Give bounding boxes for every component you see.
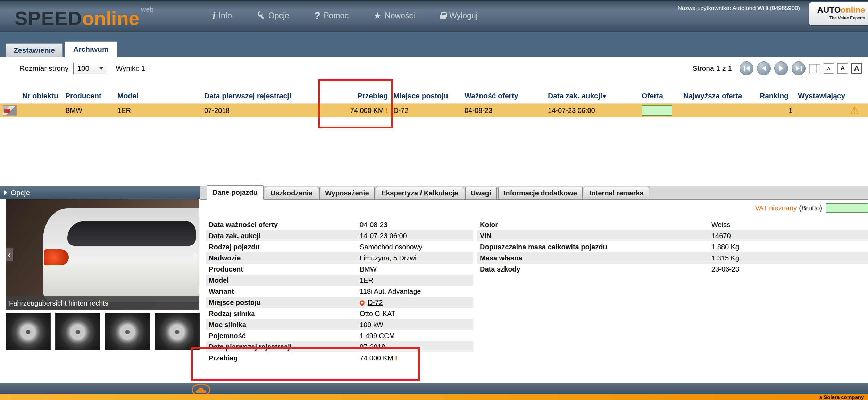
nav-wyloguj[interactable]: Wyloguj — [440, 11, 478, 20]
paging-controls: Strona 1 z 1 A A A — [693, 61, 862, 75]
detail-row: NadwozieLimuzyna, 5 Drzwi — [206, 252, 473, 264]
sort-icon: ▾ — [603, 93, 606, 99]
cell-offer-validity: 04-08-23 — [462, 107, 545, 115]
cell-thumb — [0, 105, 19, 116]
col-nr-obiektu[interactable]: Nr obiektu — [19, 92, 62, 103]
next-page-button[interactable] — [774, 61, 788, 75]
prev-page-button[interactable] — [757, 61, 771, 75]
question-icon: ? — [314, 10, 320, 22]
detail-row: Rodzaj silnikaOtto G-KAT — [206, 308, 473, 319]
export-icon[interactable] — [809, 64, 820, 73]
font-size-medium-button[interactable]: A — [837, 63, 848, 74]
col-producent[interactable]: Producent — [62, 92, 115, 103]
photo-thumbnail[interactable] — [6, 312, 51, 350]
vehicle-details-right: KolorWeiss VIN14670 Dopuszczalna masa ca… — [477, 219, 868, 275]
chevron-down-icon — [99, 67, 103, 70]
username-label: Nazwa użytkownika: Autoland Willi (04985… — [678, 5, 800, 12]
results-table: Nr obiektu Producent Model Data pierwsze… — [0, 82, 868, 117]
tab-dane-pojazdu[interactable]: Dane pojazdu — [207, 185, 264, 200]
annotation-box-przebieg-column — [318, 79, 393, 128]
opcje-panel-header[interactable]: Opcje — [0, 186, 200, 199]
photo-prev-button[interactable]: ‹ — [6, 248, 13, 261]
nav-opcje-label: Opcje — [268, 11, 289, 20]
warning-icon[interactable]: ⚠ — [850, 105, 859, 116]
photo-next-button[interactable]: › — [192, 248, 199, 261]
tab-wyposazenie[interactable]: Wyposażenie — [319, 187, 374, 199]
detail-row: Moc silnika100 kW — [206, 319, 473, 330]
col-thumb — [0, 100, 19, 103]
page-size-label: Rozmiar strony — [19, 64, 68, 73]
logo-speed-text: SPEED — [15, 7, 82, 29]
cell-warning: ⚠ — [847, 105, 868, 116]
star-icon: ★ — [374, 10, 382, 21]
col-najwyzsza-oferta[interactable]: Najwyższa oferta — [681, 92, 757, 103]
autoonline-tagline: The Value Experts — [812, 16, 865, 20]
col-miejsce-postoju[interactable]: Miejsce postoju — [391, 92, 462, 103]
nav-opcje[interactable]: Opcje — [257, 11, 289, 20]
col-data-zak-aukcji[interactable]: Data zak. aukcji▾ — [545, 92, 639, 103]
prev-arrow-icon — [746, 66, 750, 71]
first-page-button[interactable] — [740, 61, 753, 75]
vat-value-box — [826, 203, 868, 212]
photo-thumbnails — [6, 312, 200, 350]
font-size-large-button[interactable]: A — [851, 63, 862, 74]
photo-thumbnail[interactable] — [155, 312, 200, 350]
cell-producent: BMW — [62, 107, 115, 115]
photo-thumbnail[interactable] — [55, 312, 100, 350]
col-model[interactable]: Model — [115, 92, 201, 103]
col-oferta[interactable]: Oferta — [639, 92, 681, 103]
prev-arrow-icon — [762, 66, 766, 71]
page-size-select[interactable]: 100 — [73, 62, 106, 74]
row-photo-thumbnail[interactable] — [3, 105, 17, 116]
detail-row: Data szkody23-06-23 — [477, 264, 868, 275]
last-page-button[interactable] — [792, 61, 806, 75]
col-data-pierwszej-rejestracji[interactable]: Data pierwszej rejestracji — [201, 92, 326, 103]
tab-zestawienie[interactable]: Zestawienie — [6, 43, 63, 57]
photo-thumbnail[interactable] — [105, 312, 150, 350]
results-count: Wyniki: 1 — [116, 64, 145, 73]
table-row[interactable]: BMW 1ER 07-2018 74 000 KM! D-72 04-08-23… — [0, 103, 868, 117]
col-wystawiajacy[interactable]: Wystawiający — [795, 92, 847, 103]
col-waznosc-oferty[interactable]: Ważność oferty — [462, 92, 545, 103]
nav-pomoc[interactable]: ? Pomoc — [314, 10, 349, 22]
detail-row: Masa własna1 315 Kg — [477, 252, 868, 264]
speed-logo: SPEEDonlineweb — [15, 6, 153, 30]
nav-info-label: Info — [218, 11, 232, 20]
tab-archiwum[interactable]: Archiwum — [65, 41, 117, 57]
tab-internal-remarks[interactable]: Internal remarks — [584, 187, 649, 199]
solera-company-label: a Solera company — [819, 394, 868, 400]
location-link[interactable]: D-72 — [368, 299, 383, 306]
annotation-box-przebieg-row — [191, 347, 420, 381]
opcje-panel-label: Opcje — [11, 189, 30, 197]
wrench-icon — [257, 11, 265, 20]
vat-note-row: VAT nieznany (Brutto) — [200, 203, 868, 213]
col-ranking[interactable]: Ranking — [757, 92, 795, 103]
main-nav: i Info Opcje ? Pomoc ★ Nowości Wyloguj — [212, 10, 478, 22]
speed-online-app: SPEEDonlineweb i Info Opcje ? Pomoc ★ No… — [0, 0, 868, 400]
detail-row: Pojemność1 499 CCM — [206, 330, 473, 341]
nav-info[interactable]: i Info — [212, 10, 232, 22]
tab-ekspertyza-kalkulacja[interactable]: Ekspertyza / Kalkulacja — [376, 187, 464, 199]
footer-bar — [0, 383, 868, 394]
font-size-small-button[interactable]: A — [824, 63, 834, 74]
top-header: SPEEDonlineweb i Info Opcje ? Pomoc ★ No… — [0, 0, 868, 32]
cell-location: D-72 — [391, 107, 462, 115]
next-arrow-icon — [779, 66, 783, 71]
nav-wyloguj-label: Wyloguj — [449, 11, 478, 20]
detail-row: Model1ER — [206, 275, 473, 286]
last-page-icon — [801, 66, 802, 71]
cell-first-registration: 07-2018 — [201, 107, 326, 115]
detail-row: VIN14670 — [477, 230, 868, 241]
page-size-value: 100 — [77, 64, 89, 73]
offer-input-box — [642, 105, 672, 116]
tab-uwagi[interactable]: Uwagi — [465, 187, 497, 199]
detail-row: Data zak. aukcji14-07-23 06:00 — [206, 230, 473, 241]
tab-uszkodzenia[interactable]: Uszkodzenia — [265, 187, 318, 199]
info-icon: i — [212, 10, 215, 22]
location-pin-icon — [359, 299, 366, 306]
results-toolbar: Rozmiar strony 100 Wyniki: 1 Strona 1 z … — [19, 60, 862, 77]
expand-arrow-icon — [4, 190, 7, 195]
tab-informacje-dodatkowe[interactable]: Informacje dodatkowe — [498, 187, 583, 199]
nav-nowosci[interactable]: ★ Nowości — [374, 10, 415, 21]
col-warning — [847, 100, 868, 103]
